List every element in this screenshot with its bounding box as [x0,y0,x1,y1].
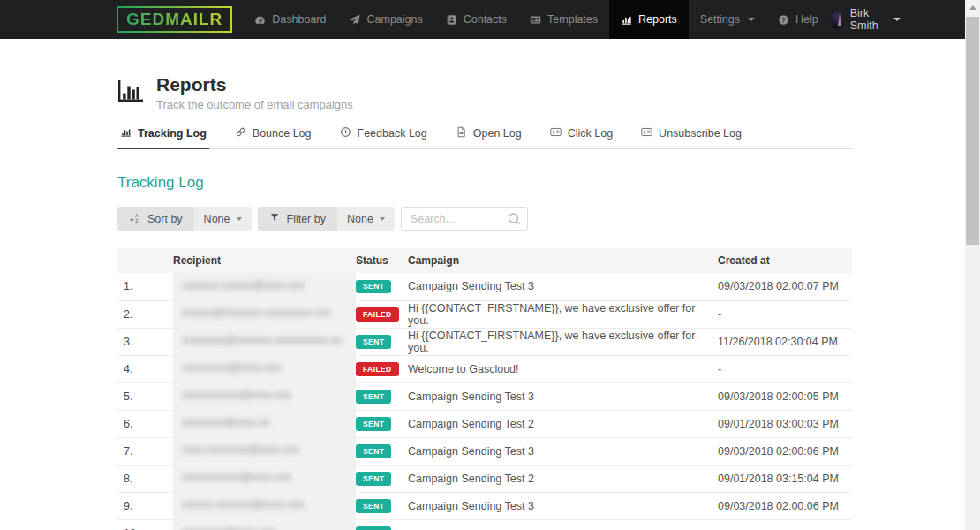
table-row: 9. xxxxxx.xxxxxxx@xxxx.xxx SENT Campaign… [117,492,852,519]
campaign-cell: Campaign Sending Test 2 [408,465,718,492]
campaign-cell [408,519,718,530]
campaign-cell: Campaign Sending Test 3 [408,492,718,519]
nav-item-reports[interactable]: Reports [609,0,689,39]
status-badge: FAILED [356,362,399,376]
recipient-redacted: xxxxxxxxx@xxxx.xxx [173,355,356,382]
row-number: 7. [117,437,173,465]
created-at-cell: - [718,355,852,382]
table-row: 6. xxxxxxxx@xxxx.xx SENT Campaign Sendin… [117,410,852,437]
address-card-icon [641,126,652,140]
tab-label: Unsubscribe Log [659,127,742,140]
address-card-icon [550,126,562,140]
nav-item-campaigns[interactable]: Campaigns [337,0,433,39]
tab-open-log[interactable]: Open Log [453,126,524,148]
nav-item-label: Dashboard [272,13,326,26]
sort-by-label: Sort by [147,213,183,225]
status-cell: FAILED [356,355,408,382]
log-tabs: Tracking Log Bounce Log Feedback Log Ope… [117,126,852,149]
nav-item-help[interactable]: ? Help [766,0,830,39]
svg-text:?: ? [781,16,786,24]
row-number: 9. [117,492,173,519]
bar-chart-icon [117,74,144,107]
filter-by-button[interactable]: Filter by [258,207,337,231]
status-badge: SENT [356,526,391,530]
paper-plane-icon [349,14,360,26]
table-header-row: Recipient Status Campaign Created at [117,248,852,273]
status-cell: SENT [356,328,408,355]
nav-item-label: Templates [547,13,598,26]
nav-menu: Dashboard Campaigns Contacts Templates R… [243,0,829,39]
tab-label: Tracking Log [138,127,207,140]
caret-down-icon [380,217,385,221]
status-cell: SENT [356,410,408,437]
status-cell: SENT [356,273,408,300]
col-status: Status [356,248,408,273]
magnifier-icon [507,211,522,226]
status-badge: SENT [356,390,391,404]
question-circle-icon: ? [778,14,789,26]
sort-by-button[interactable]: AZ Sort by [117,207,194,231]
caret-down-icon [748,18,755,21]
status-cell: SENT [356,519,408,530]
nav-item-dashboard[interactable]: Dashboard [243,0,337,39]
status-badge: SENT [356,335,391,349]
row-number: 8. [117,465,173,492]
campaign-cell: Hi {{CONTACT_FIRSTNAME}}, we have exclus… [408,300,718,328]
vertical-scrollbar[interactable] [965,0,980,530]
nav-item-label: Reports [638,13,677,26]
tab-bounce-log[interactable]: Bounce Log [232,126,314,148]
tab-unsubscribe-log[interactable]: Unsubscribe Log [638,126,744,148]
tab-label: Open Log [473,127,522,140]
created-at-cell: 09/03/2018 02:00:06 PM [718,492,852,519]
tab-feedback-log[interactable]: Feedback Log [337,126,430,148]
nav-item-settings[interactable]: Settings [689,0,766,39]
page-title: Reports [156,74,353,95]
scrollbar-thumb[interactable] [966,17,979,245]
created-at-cell [718,519,852,530]
campaign-cell: Campaign Sending Test 2 [408,410,718,437]
recipient-redacted: xxxxxxxxxxx@xxxx.xxx [173,382,356,410]
bar-chart-icon [621,14,632,26]
user-menu[interactable]: Birk Smith [830,7,901,32]
tab-label: Bounce Log [253,127,312,140]
campaign-cell: Campaign Sending Test 3 [408,382,718,410]
col-campaign: Campaign [408,248,718,273]
filter-group: Filter by None [258,207,395,231]
user-avatar [830,10,843,29]
campaign-cell: Campaign Sending Test 3 [408,273,718,300]
clock-icon [340,126,351,140]
nav-item-contacts[interactable]: Contacts [434,0,518,39]
table-row: 1. xxxxxxx.xxxxxx@xxxx.xxx SENT Campaign… [117,273,852,300]
app-logo[interactable]: GEDMAILR [117,6,232,33]
recipient-redacted: xxxxxx@xxxxxxx.xxxxxxxxx.xxx [173,300,356,328]
table-row: 4. xxxxxxxxx@xxxx.xxx FAILED Welcome to … [117,355,852,382]
recipient-redacted: xxxxxxxx@xxxx.xx [173,410,356,437]
col-recipient: Recipient [173,248,356,273]
filter-value-dropdown[interactable]: None [337,207,395,231]
col-index [117,248,173,273]
nav-item-templates[interactable]: Templates [518,0,609,39]
col-created-at: Created at [718,248,852,273]
status-cell: SENT [356,382,408,410]
status-cell: SENT [356,492,408,519]
tracking-log-table: Recipient Status Campaign Created at 1. … [117,248,852,530]
tab-click-log[interactable]: Click Log [547,126,615,148]
svg-text:Z: Z [135,217,139,223]
sort-value-dropdown[interactable]: None [194,207,252,231]
status-badge: SENT [356,444,391,458]
table-row: 5. xxxxxxxxxxx@xxxx.xxx SENT Campaign Se… [117,382,852,410]
created-at-cell: 11/26/2018 02:30:04 PM [718,328,852,355]
recipient-redacted: xxxxxx.xxxxxxx@xxxx.xxx [173,492,356,519]
triangle-up-icon [969,5,976,10]
filter-by-label: Filter by [287,213,326,225]
scroll-up-button[interactable] [965,0,980,15]
table-row: 2. xxxxxx@xxxxxxx.xxxxxxxxx.xxx FAILED H… [117,300,852,328]
status-badge: FAILED [356,307,399,322]
caret-down-icon [893,18,901,21]
tab-tracking-log[interactable]: Tracking Log [117,126,209,148]
recipient-redacted: xxxx.xxxxxxxx@xxxx.xxx [173,437,356,465]
status-cell: FAILED [356,300,408,328]
row-number: 4. [117,355,173,382]
section-title: Tracking Log [117,174,852,192]
svg-text:A: A [135,212,139,217]
